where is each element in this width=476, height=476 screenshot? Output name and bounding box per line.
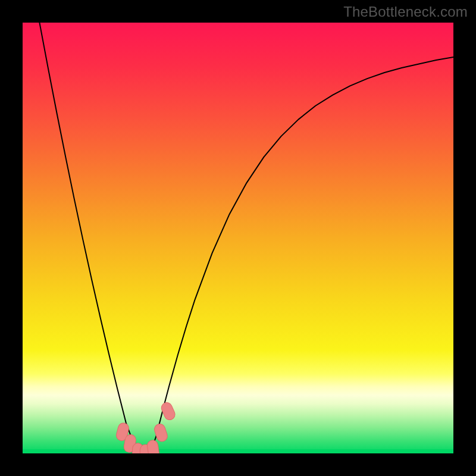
chart-bottom-strip: [23, 449, 453, 453]
chart-plot-area: [23, 23, 453, 453]
chart-outer-frame: TheBottleneck.com: [0, 0, 476, 476]
chart-background: [23, 23, 453, 453]
watermark-text: TheBottleneck.com: [343, 4, 468, 20]
chart-svg: [23, 23, 453, 453]
